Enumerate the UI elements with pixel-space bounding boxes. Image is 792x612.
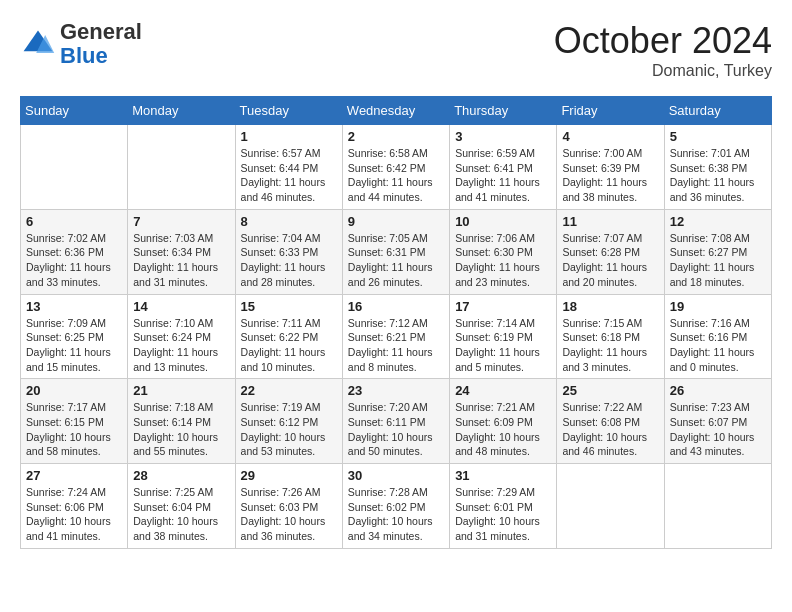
calendar-cell: 29Sunrise: 7:26 AMSunset: 6:03 PMDayligh… bbox=[235, 464, 342, 549]
calendar-cell: 10Sunrise: 7:06 AMSunset: 6:30 PMDayligh… bbox=[450, 209, 557, 294]
calendar-week-row: 13Sunrise: 7:09 AMSunset: 6:25 PMDayligh… bbox=[21, 294, 772, 379]
day-detail: Sunrise: 7:07 AMSunset: 6:28 PMDaylight:… bbox=[562, 231, 658, 290]
weekday-header: Thursday bbox=[450, 97, 557, 125]
day-number: 7 bbox=[133, 214, 229, 229]
calendar-cell: 9Sunrise: 7:05 AMSunset: 6:31 PMDaylight… bbox=[342, 209, 449, 294]
day-detail: Sunrise: 7:11 AMSunset: 6:22 PMDaylight:… bbox=[241, 316, 337, 375]
day-number: 11 bbox=[562, 214, 658, 229]
calendar-week-row: 1Sunrise: 6:57 AMSunset: 6:44 PMDaylight… bbox=[21, 125, 772, 210]
day-number: 14 bbox=[133, 299, 229, 314]
day-number: 5 bbox=[670, 129, 766, 144]
day-number: 19 bbox=[670, 299, 766, 314]
month-title: October 2024 bbox=[554, 20, 772, 62]
day-number: 18 bbox=[562, 299, 658, 314]
day-detail: Sunrise: 7:24 AMSunset: 6:06 PMDaylight:… bbox=[26, 485, 122, 544]
day-number: 17 bbox=[455, 299, 551, 314]
day-detail: Sunrise: 7:08 AMSunset: 6:27 PMDaylight:… bbox=[670, 231, 766, 290]
day-detail: Sunrise: 7:29 AMSunset: 6:01 PMDaylight:… bbox=[455, 485, 551, 544]
calendar-cell: 24Sunrise: 7:21 AMSunset: 6:09 PMDayligh… bbox=[450, 379, 557, 464]
day-detail: Sunrise: 7:06 AMSunset: 6:30 PMDaylight:… bbox=[455, 231, 551, 290]
calendar-cell: 26Sunrise: 7:23 AMSunset: 6:07 PMDayligh… bbox=[664, 379, 771, 464]
day-detail: Sunrise: 7:21 AMSunset: 6:09 PMDaylight:… bbox=[455, 400, 551, 459]
day-number: 15 bbox=[241, 299, 337, 314]
calendar-cell: 13Sunrise: 7:09 AMSunset: 6:25 PMDayligh… bbox=[21, 294, 128, 379]
calendar-cell bbox=[128, 125, 235, 210]
day-detail: Sunrise: 6:58 AMSunset: 6:42 PMDaylight:… bbox=[348, 146, 444, 205]
calendar-cell: 27Sunrise: 7:24 AMSunset: 6:06 PMDayligh… bbox=[21, 464, 128, 549]
calendar-cell bbox=[557, 464, 664, 549]
day-number: 30 bbox=[348, 468, 444, 483]
calendar-cell: 25Sunrise: 7:22 AMSunset: 6:08 PMDayligh… bbox=[557, 379, 664, 464]
day-number: 21 bbox=[133, 383, 229, 398]
day-number: 24 bbox=[455, 383, 551, 398]
day-detail: Sunrise: 7:18 AMSunset: 6:14 PMDaylight:… bbox=[133, 400, 229, 459]
calendar-cell: 17Sunrise: 7:14 AMSunset: 6:19 PMDayligh… bbox=[450, 294, 557, 379]
day-detail: Sunrise: 7:22 AMSunset: 6:08 PMDaylight:… bbox=[562, 400, 658, 459]
day-detail: Sunrise: 7:15 AMSunset: 6:18 PMDaylight:… bbox=[562, 316, 658, 375]
day-detail: Sunrise: 6:59 AMSunset: 6:41 PMDaylight:… bbox=[455, 146, 551, 205]
calendar-table: SundayMondayTuesdayWednesdayThursdayFrid… bbox=[20, 96, 772, 549]
calendar-cell: 30Sunrise: 7:28 AMSunset: 6:02 PMDayligh… bbox=[342, 464, 449, 549]
day-detail: Sunrise: 6:57 AMSunset: 6:44 PMDaylight:… bbox=[241, 146, 337, 205]
weekday-header: Friday bbox=[557, 97, 664, 125]
day-number: 2 bbox=[348, 129, 444, 144]
day-number: 16 bbox=[348, 299, 444, 314]
calendar-cell: 20Sunrise: 7:17 AMSunset: 6:15 PMDayligh… bbox=[21, 379, 128, 464]
day-number: 12 bbox=[670, 214, 766, 229]
calendar-cell: 23Sunrise: 7:20 AMSunset: 6:11 PMDayligh… bbox=[342, 379, 449, 464]
calendar-cell: 6Sunrise: 7:02 AMSunset: 6:36 PMDaylight… bbox=[21, 209, 128, 294]
calendar-week-row: 20Sunrise: 7:17 AMSunset: 6:15 PMDayligh… bbox=[21, 379, 772, 464]
calendar-cell: 2Sunrise: 6:58 AMSunset: 6:42 PMDaylight… bbox=[342, 125, 449, 210]
day-number: 1 bbox=[241, 129, 337, 144]
logo-icon bbox=[20, 26, 56, 62]
calendar-cell: 15Sunrise: 7:11 AMSunset: 6:22 PMDayligh… bbox=[235, 294, 342, 379]
day-detail: Sunrise: 7:20 AMSunset: 6:11 PMDaylight:… bbox=[348, 400, 444, 459]
day-detail: Sunrise: 7:25 AMSunset: 6:04 PMDaylight:… bbox=[133, 485, 229, 544]
day-number: 8 bbox=[241, 214, 337, 229]
weekday-header: Tuesday bbox=[235, 97, 342, 125]
day-detail: Sunrise: 7:01 AMSunset: 6:38 PMDaylight:… bbox=[670, 146, 766, 205]
calendar-cell: 18Sunrise: 7:15 AMSunset: 6:18 PMDayligh… bbox=[557, 294, 664, 379]
day-number: 28 bbox=[133, 468, 229, 483]
weekday-header: Sunday bbox=[21, 97, 128, 125]
day-detail: Sunrise: 7:10 AMSunset: 6:24 PMDaylight:… bbox=[133, 316, 229, 375]
day-detail: Sunrise: 7:12 AMSunset: 6:21 PMDaylight:… bbox=[348, 316, 444, 375]
day-number: 25 bbox=[562, 383, 658, 398]
calendar-cell: 19Sunrise: 7:16 AMSunset: 6:16 PMDayligh… bbox=[664, 294, 771, 379]
day-detail: Sunrise: 7:23 AMSunset: 6:07 PMDaylight:… bbox=[670, 400, 766, 459]
calendar-cell: 12Sunrise: 7:08 AMSunset: 6:27 PMDayligh… bbox=[664, 209, 771, 294]
day-number: 22 bbox=[241, 383, 337, 398]
calendar-cell: 1Sunrise: 6:57 AMSunset: 6:44 PMDaylight… bbox=[235, 125, 342, 210]
logo-text: General Blue bbox=[60, 20, 142, 68]
day-detail: Sunrise: 7:26 AMSunset: 6:03 PMDaylight:… bbox=[241, 485, 337, 544]
calendar-cell: 16Sunrise: 7:12 AMSunset: 6:21 PMDayligh… bbox=[342, 294, 449, 379]
calendar-cell: 21Sunrise: 7:18 AMSunset: 6:14 PMDayligh… bbox=[128, 379, 235, 464]
day-detail: Sunrise: 7:28 AMSunset: 6:02 PMDaylight:… bbox=[348, 485, 444, 544]
day-number: 26 bbox=[670, 383, 766, 398]
calendar-cell bbox=[21, 125, 128, 210]
day-number: 31 bbox=[455, 468, 551, 483]
day-number: 13 bbox=[26, 299, 122, 314]
day-detail: Sunrise: 7:02 AMSunset: 6:36 PMDaylight:… bbox=[26, 231, 122, 290]
weekday-header: Monday bbox=[128, 97, 235, 125]
calendar-cell: 8Sunrise: 7:04 AMSunset: 6:33 PMDaylight… bbox=[235, 209, 342, 294]
title-block: October 2024 Domanic, Turkey bbox=[554, 20, 772, 80]
calendar-cell: 7Sunrise: 7:03 AMSunset: 6:34 PMDaylight… bbox=[128, 209, 235, 294]
day-number: 9 bbox=[348, 214, 444, 229]
day-detail: Sunrise: 7:09 AMSunset: 6:25 PMDaylight:… bbox=[26, 316, 122, 375]
calendar-cell: 4Sunrise: 7:00 AMSunset: 6:39 PMDaylight… bbox=[557, 125, 664, 210]
day-number: 4 bbox=[562, 129, 658, 144]
day-detail: Sunrise: 7:16 AMSunset: 6:16 PMDaylight:… bbox=[670, 316, 766, 375]
day-number: 29 bbox=[241, 468, 337, 483]
calendar-cell: 5Sunrise: 7:01 AMSunset: 6:38 PMDaylight… bbox=[664, 125, 771, 210]
calendar-week-row: 27Sunrise: 7:24 AMSunset: 6:06 PMDayligh… bbox=[21, 464, 772, 549]
day-number: 27 bbox=[26, 468, 122, 483]
day-number: 6 bbox=[26, 214, 122, 229]
weekday-header: Saturday bbox=[664, 97, 771, 125]
weekday-header-row: SundayMondayTuesdayWednesdayThursdayFrid… bbox=[21, 97, 772, 125]
calendar-cell: 22Sunrise: 7:19 AMSunset: 6:12 PMDayligh… bbox=[235, 379, 342, 464]
weekday-header: Wednesday bbox=[342, 97, 449, 125]
calendar-cell: 31Sunrise: 7:29 AMSunset: 6:01 PMDayligh… bbox=[450, 464, 557, 549]
location: Domanic, Turkey bbox=[554, 62, 772, 80]
day-number: 3 bbox=[455, 129, 551, 144]
